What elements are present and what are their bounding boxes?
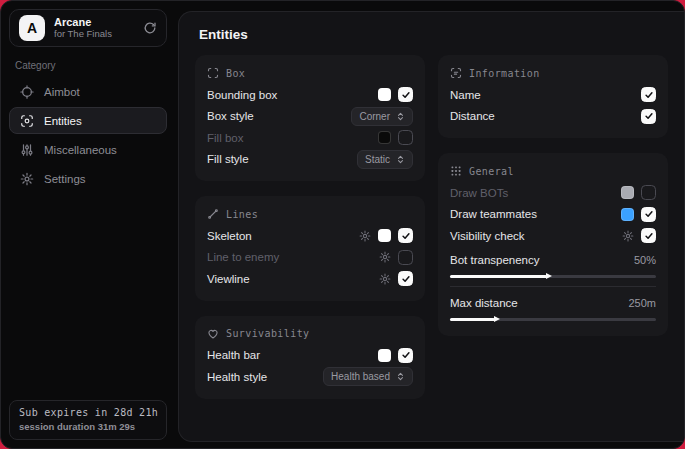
slider-label: Max distance xyxy=(450,297,518,309)
sidebar-item-settings[interactable]: Settings xyxy=(9,165,167,192)
setting-row: Fill style Static xyxy=(207,149,413,171)
setting-label: Health bar xyxy=(207,349,260,361)
card-box: Box Bounding box Box style xyxy=(195,55,425,181)
checkbox[interactable] xyxy=(641,109,656,124)
card-general: General Draw BOTs Draw teammates xyxy=(438,153,668,336)
heart-icon xyxy=(207,328,219,340)
max-distance-slider[interactable] xyxy=(450,318,656,321)
sliders-icon xyxy=(20,143,34,157)
refresh-icon[interactable] xyxy=(143,21,157,35)
sidebar-item-label: Entities xyxy=(44,115,82,127)
setting-row: Fill box xyxy=(207,127,413,149)
checkbox[interactable] xyxy=(641,228,656,243)
color-swatch[interactable] xyxy=(378,88,391,101)
setting-label: Bounding box xyxy=(207,89,277,101)
main-panel: Entities Box Bounding box xyxy=(178,11,684,442)
setting-label: Health style xyxy=(207,371,267,383)
card-title: Survivability xyxy=(226,328,309,339)
divider xyxy=(450,286,656,287)
checkbox[interactable] xyxy=(641,87,656,102)
setting-row: Name xyxy=(450,84,656,106)
bot-transparency-slider[interactable] xyxy=(450,275,656,278)
card-title: Box xyxy=(226,68,245,79)
brand-avatar: A xyxy=(19,15,45,41)
page-title: Entities xyxy=(199,27,668,42)
health-style-dropdown[interactable]: Health based xyxy=(323,367,413,386)
gear-icon xyxy=(20,172,34,186)
setting-row: Visibility check xyxy=(450,225,656,247)
color-swatch[interactable] xyxy=(621,186,634,199)
setting-label: Name xyxy=(450,89,481,101)
setting-label: Draw teammates xyxy=(450,208,537,220)
box-style-dropdown[interactable]: Corner xyxy=(351,107,413,126)
scan-info-icon xyxy=(450,67,462,79)
sidebar-item-aimbot[interactable]: Aimbot xyxy=(9,78,167,105)
card-survivability: Survivability Health bar Health style xyxy=(195,316,425,399)
chevrons-up-down-icon xyxy=(396,112,405,121)
crosshair-icon xyxy=(20,85,34,99)
box-corners-icon xyxy=(207,67,219,79)
checkbox[interactable] xyxy=(398,228,413,243)
slider-group-max-distance: Max distance 250m xyxy=(450,294,656,321)
sidebar-item-label: Miscellaneous xyxy=(44,144,117,156)
color-swatch[interactable] xyxy=(378,349,391,362)
card-title: General xyxy=(469,166,514,177)
setting-label: Line to enemy xyxy=(207,251,279,263)
setting-label: Distance xyxy=(450,110,495,122)
chevrons-up-down-icon xyxy=(396,155,405,164)
setting-row: Draw teammates xyxy=(450,204,656,226)
brand-name: Arcane xyxy=(54,16,134,29)
sidebar-item-entities[interactable]: Entities xyxy=(9,107,167,134)
slider-group-bot-transparency: Bot transpenency 50% xyxy=(450,251,656,278)
slider-value: 250m xyxy=(628,297,656,309)
setting-label: Box style xyxy=(207,110,254,122)
checkbox[interactable] xyxy=(641,207,656,222)
scan-eye-icon xyxy=(20,114,34,128)
setting-label: Viewline xyxy=(207,273,250,285)
diagonal-line-icon xyxy=(207,208,219,220)
category-label: Category xyxy=(15,60,161,71)
sidebar-item-label: Aimbot xyxy=(44,86,80,98)
sub-expires-text: Sub expires in 28d 21h xyxy=(19,407,157,418)
grid-dots-icon xyxy=(450,165,462,177)
settings-gear-icon[interactable] xyxy=(379,251,391,263)
setting-label: Fill box xyxy=(207,132,243,144)
sidebar-item-miscellaneous[interactable]: Miscellaneous xyxy=(9,136,167,163)
settings-gear-icon[interactable] xyxy=(379,273,391,285)
setting-row: Skeleton xyxy=(207,225,413,247)
session-duration-text: session duration 31m 29s xyxy=(19,421,157,432)
setting-row: Health bar xyxy=(207,345,413,367)
setting-label: Visibility check xyxy=(450,230,525,242)
checkbox[interactable] xyxy=(398,271,413,286)
setting-row: Health style Health based xyxy=(207,366,413,388)
setting-row: Bounding box xyxy=(207,84,413,106)
color-swatch[interactable] xyxy=(378,131,391,144)
setting-label: Skeleton xyxy=(207,230,252,242)
checkbox[interactable] xyxy=(398,250,413,265)
app-window: A Arcane for The Finals Category Aimbot xyxy=(0,0,685,449)
color-swatch[interactable] xyxy=(621,208,634,221)
checkbox[interactable] xyxy=(398,87,413,102)
slider-label: Bot transpenency xyxy=(450,254,540,266)
fill-style-dropdown[interactable]: Static xyxy=(357,150,413,169)
slider-fill[interactable] xyxy=(450,275,547,278)
checkbox[interactable] xyxy=(398,130,413,145)
setting-label: Draw BOTs xyxy=(450,187,508,199)
brand-card: A Arcane for The Finals xyxy=(9,9,167,47)
card-title: Lines xyxy=(226,209,258,220)
subscription-status: Sub expires in 28d 21h session duration … xyxy=(9,400,167,440)
color-swatch[interactable] xyxy=(378,229,391,242)
slider-fill[interactable] xyxy=(450,318,495,321)
card-information: Information Name Distance xyxy=(438,55,668,138)
settings-gear-icon[interactable] xyxy=(359,230,371,242)
checkbox[interactable] xyxy=(398,348,413,363)
card-lines: Lines Skeleton xyxy=(195,196,425,301)
setting-row: Draw BOTs xyxy=(450,182,656,204)
setting-row: Box style Corner xyxy=(207,106,413,128)
card-title: Information xyxy=(469,68,540,79)
checkbox[interactable] xyxy=(641,185,656,200)
settings-gear-icon[interactable] xyxy=(622,230,634,242)
setting-row: Line to enemy xyxy=(207,247,413,269)
setting-row: Distance xyxy=(450,106,656,128)
setting-label: Fill style xyxy=(207,153,249,165)
